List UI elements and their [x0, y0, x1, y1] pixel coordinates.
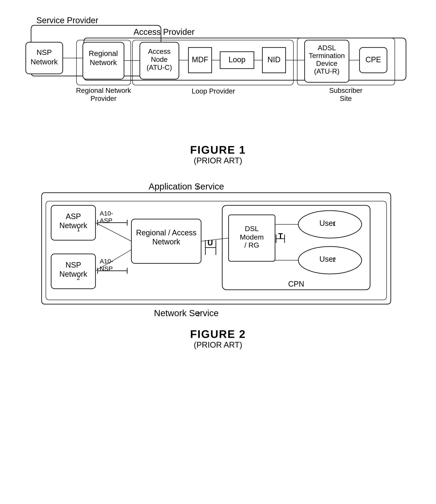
- app-service-label: Application Service: [148, 182, 224, 191]
- svg-text:(ATU-C): (ATU-C): [147, 63, 172, 71]
- svg-text:Network: Network: [31, 58, 58, 66]
- app-service-sub: 1: [196, 184, 199, 191]
- svg-text:Regional / Access: Regional / Access: [136, 228, 196, 237]
- svg-text:Loop Provider: Loop Provider: [192, 87, 235, 95]
- svg-text:NSP: NSP: [37, 48, 52, 56]
- svg-text:2: 2: [77, 275, 80, 281]
- svg-text:Regional: Regional: [89, 49, 118, 57]
- a10-nsp-label: A10-: [100, 258, 113, 265]
- service-provider-label: Service Provider: [36, 16, 98, 25]
- svg-text:Loop: Loop: [229, 55, 245, 64]
- a10-asp-label: A10-: [100, 210, 113, 217]
- svg-text:CPE: CPE: [365, 55, 381, 64]
- figure1-title: FIGURE 1: [17, 144, 419, 156]
- svg-text:Subscriber: Subscriber: [329, 87, 362, 94]
- svg-text:(ATU-R): (ATU-R): [314, 67, 339, 75]
- svg-text:2: 2: [333, 257, 336, 263]
- line-asp-regional: [95, 223, 131, 241]
- svg-text:ADSL: ADSL: [318, 44, 336, 52]
- svg-text:NID: NID: [268, 55, 280, 64]
- svg-text:Access: Access: [148, 47, 170, 55]
- svg-text:Node: Node: [151, 55, 168, 63]
- network-service-label: Network Service: [154, 308, 219, 318]
- svg-text:Network: Network: [152, 237, 180, 246]
- figure1-container: Service Provider Access Provider NSP Net…: [17, 13, 419, 165]
- svg-text:MDF: MDF: [192, 55, 208, 64]
- svg-text:/ RG: / RG: [244, 241, 259, 249]
- svg-text:DSL: DSL: [245, 225, 259, 233]
- figure2-svg: Application Service 1 ASP Network 1 NSP …: [38, 182, 398, 326]
- svg-text:Termination: Termination: [309, 52, 345, 60]
- svg-text:1: 1: [333, 221, 336, 227]
- svg-text:ASP: ASP: [66, 212, 81, 221]
- svg-text:Network: Network: [59, 221, 87, 230]
- svg-text:Device: Device: [316, 60, 338, 67]
- network-service-sub: 2: [196, 311, 200, 317]
- page: Service Provider Access Provider NSP Net…: [0, 0, 436, 504]
- svg-text:NSP: NSP: [65, 261, 81, 269]
- figure2-title: FIGURE 2: [17, 328, 419, 341]
- svg-text:Site: Site: [340, 95, 352, 102]
- access-provider-label: Access Provider: [133, 27, 195, 36]
- cpn-label: CPN: [288, 280, 304, 288]
- svg-text:Modem: Modem: [240, 233, 264, 241]
- svg-text:Network: Network: [90, 58, 117, 66]
- svg-text:Network: Network: [59, 270, 87, 278]
- svg-text:1: 1: [77, 226, 80, 233]
- svg-text:Provider: Provider: [91, 95, 117, 102]
- figure2-subtitle: (PRIOR ART): [17, 341, 419, 350]
- t-label: T: [278, 232, 283, 240]
- figure2-container: Application Service 1 ASP Network 1 NSP …: [17, 182, 419, 350]
- figure1-subtitle: (PRIOR ART): [17, 156, 419, 165]
- svg-text:Regional Network: Regional Network: [76, 87, 131, 94]
- figure1-svg: Service Provider Access Provider NSP Net…: [17, 13, 419, 139]
